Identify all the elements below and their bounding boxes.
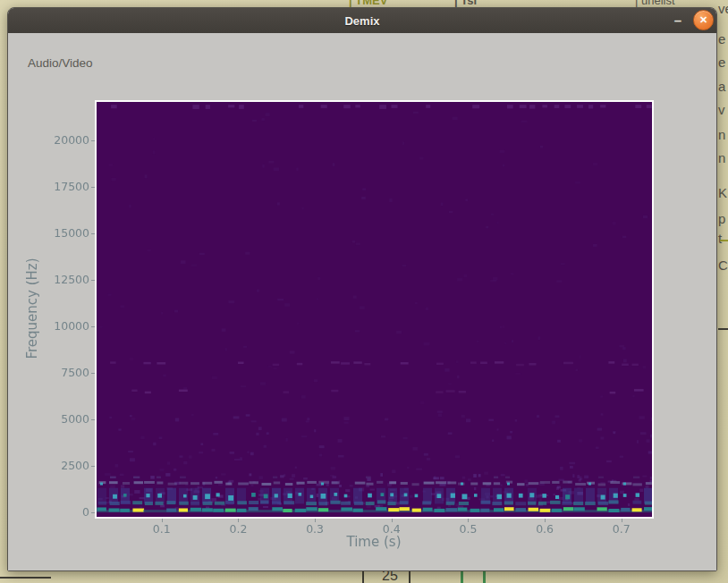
- y-tick-label: 7500: [36, 366, 89, 380]
- table-cell-border-right: [409, 570, 411, 583]
- window-content: Audio/Video Time (s) Frequency (Hz) 0.10…: [8, 33, 716, 570]
- close-icon: ✕: [699, 14, 707, 26]
- close-button[interactable]: ✕: [693, 10, 714, 30]
- spectrogram-canvas[interactable]: [97, 102, 652, 517]
- green-marker-line: [461, 570, 463, 583]
- minimize-button[interactable]: –: [668, 10, 688, 31]
- background-bottom-left-rule: [0, 577, 51, 579]
- x-axis-label: Time (s): [302, 534, 445, 550]
- x-tick-mark: [392, 519, 393, 522]
- x-tick-label: 0.1: [144, 522, 180, 537]
- y-tick-label: 5000: [36, 412, 89, 427]
- titlebar[interactable]: Demix – ✕: [8, 8, 716, 33]
- x-tick-label: 0.6: [527, 522, 563, 537]
- background-text-fragment: p: [718, 211, 725, 226]
- background-text-fragment: | TMEV: [349, 0, 387, 7]
- background-olive-rule: [720, 240, 728, 241]
- x-tick-label: 0.3: [297, 522, 333, 537]
- y-tick-label: 10000: [36, 319, 89, 334]
- background-text-fragment: K: [718, 185, 727, 200]
- y-tick-label: 0: [36, 505, 89, 520]
- x-tick-label: 0.2: [220, 522, 256, 537]
- background-text-fragment: n: [718, 150, 725, 165]
- y-axis-label: Frequency (Hz): [24, 241, 40, 376]
- audio-video-label: Audio/Video: [28, 56, 93, 70]
- x-tick-label: 0.4: [374, 522, 410, 537]
- background-text-fragment: C: [718, 258, 728, 273]
- x-tick-mark: [162, 519, 163, 522]
- y-tick-label: 20000: [36, 133, 89, 148]
- y-tick-label: 17500: [36, 180, 89, 194]
- x-tick-mark: [545, 519, 546, 522]
- table-cell-border-left: [362, 570, 364, 583]
- y-tick-label: 2500: [36, 459, 89, 473]
- window-title: Demix: [344, 14, 379, 28]
- background-text-fragment: | Tsl: [454, 0, 477, 7]
- background-dark-rule: [718, 328, 728, 330]
- spectrogram-figure: [95, 100, 654, 519]
- background-text-fragment: t: [718, 231, 722, 246]
- y-tick-label: 15000: [36, 226, 89, 241]
- background-text-fragment: e: [718, 31, 725, 46]
- x-tick-mark: [468, 519, 469, 522]
- background-text-fragment: | unelist: [635, 0, 675, 7]
- background-text-fragment: ve: [718, 1, 728, 16]
- demix-window: Demix – ✕ Audio/Video Time (s) Frequency…: [7, 7, 717, 571]
- y-tick-label: 12500: [36, 273, 89, 287]
- x-tick-label: 0.7: [604, 522, 639, 537]
- minimize-icon: –: [674, 13, 681, 28]
- x-tick-label: 0.5: [450, 522, 486, 537]
- background-text-fragment: n: [718, 127, 725, 142]
- background-text-fragment: a: [718, 79, 725, 94]
- x-tick-mark: [238, 519, 239, 522]
- background-text-fragment: v: [718, 102, 725, 117]
- x-tick-mark: [315, 519, 316, 522]
- green-marker-line: [483, 570, 486, 583]
- background-text-fragment: e: [718, 55, 725, 70]
- x-tick-mark: [622, 519, 622, 522]
